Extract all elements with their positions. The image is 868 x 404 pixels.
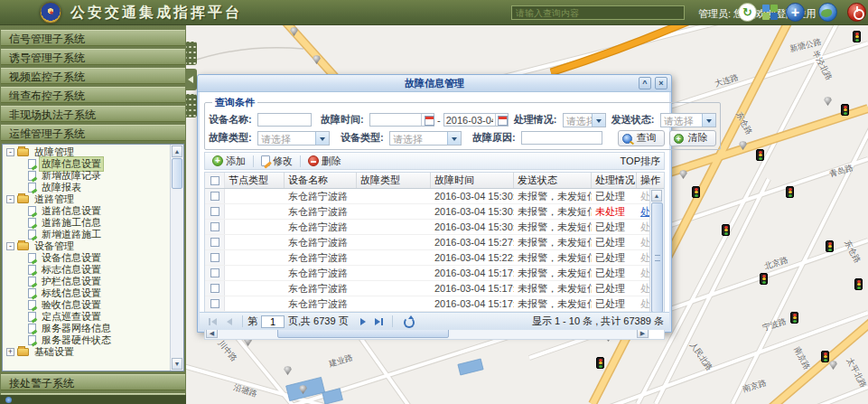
table-vertical-scrollbar[interactable]: ▲ ▼ (649, 189, 664, 326)
add-icon[interactable]: + (786, 3, 805, 22)
traffic-signal-icon[interactable] (756, 149, 764, 161)
tree-folder[interactable]: -故障管理 (3, 146, 169, 157)
scroll-up-icon[interactable]: ▲ (172, 146, 182, 157)
scroll-down-icon[interactable]: ▼ (172, 358, 182, 370)
prev-page-button[interactable] (222, 315, 237, 329)
tree-item[interactable]: 护栏信息设置 (3, 276, 169, 287)
next-page-button[interactable] (356, 315, 370, 329)
page-number-input[interactable] (261, 315, 285, 328)
sidebar-item-4[interactable]: 缉查布控子系统 (1, 87, 185, 103)
device-type-select[interactable]: 请选择 (389, 131, 462, 146)
row-checkbox[interactable] (210, 268, 219, 277)
traffic-signal-icon[interactable] (854, 278, 863, 290)
tree-item[interactable]: 验收信息设置 (3, 299, 169, 310)
tree-folder[interactable]: -设备管理 (3, 240, 169, 251)
row-checkbox[interactable] (210, 207, 219, 216)
table-row[interactable]: 东仓路宁波路2016-03-04 15:22:50未报警，未发短信已处理处理 (205, 250, 664, 266)
table-row[interactable]: 东仓路宁波路2016-03-04 15:30:00未报警，未发短信已处理处理 (205, 220, 664, 235)
row-checkbox[interactable] (210, 222, 219, 231)
tree-item[interactable]: 定点巡查设置 (3, 311, 169, 322)
sidebar-item-1[interactable]: 信号管理子系统 (1, 30, 185, 46)
col-action[interactable]: 操作 (637, 173, 664, 188)
traffic-signal-icon[interactable] (790, 312, 798, 324)
tree-item[interactable]: 服务器网络信息 (3, 323, 169, 334)
sidebar-item-6[interactable]: 运维管理子系统 (1, 125, 185, 141)
tree-scrollbar[interactable]: ▲ ▼ (170, 145, 183, 371)
table-row[interactable]: 东仓路宁波路2016-03-04 15:17:01未报警，未发短信已处理处理 (205, 266, 664, 281)
col-send-status[interactable]: 发送状态 (514, 173, 592, 188)
traffic-signal-icon[interactable] (841, 104, 849, 116)
traffic-signal-icon[interactable] (826, 240, 834, 252)
sidebar-item-2[interactable]: 诱导管理子系统 (1, 49, 185, 65)
scroll-up-icon[interactable]: ▲ (651, 190, 662, 202)
query-button[interactable]: 查询 (618, 130, 665, 146)
tree-item[interactable]: 故障报表 (3, 182, 169, 193)
tree-item[interactable]: 服务器硬件状态 (3, 334, 169, 345)
col-device-name[interactable]: 设备名称 (285, 173, 357, 188)
traffic-signal-icon[interactable] (722, 224, 730, 236)
send-status-select[interactable]: 请选择 (660, 113, 716, 127)
traffic-signal-icon[interactable] (760, 273, 768, 285)
tree-item[interactable]: 标志信息设置 (3, 264, 169, 275)
col-fault-type[interactable]: 故障类型 (357, 173, 431, 188)
table-row[interactable]: 东仓路宁波路2016-03-04 15:30:00未报警，未发短信未处理处理 (205, 204, 664, 220)
edit-record-button[interactable]: 修改 (257, 155, 296, 168)
tree-item[interactable]: 标线信息设置 (3, 287, 169, 298)
header-search-input[interactable] (511, 5, 685, 20)
tree-item[interactable]: 新增故障记录 (3, 170, 169, 181)
row-checkbox[interactable] (210, 299, 219, 308)
expand-toggle-icon[interactable]: + (6, 348, 14, 356)
apps-grid-icon[interactable] (762, 5, 779, 21)
tree-folder[interactable]: -道路管理 (3, 193, 169, 204)
row-checkbox[interactable] (210, 253, 219, 262)
logout-power-icon[interactable] (847, 3, 866, 22)
device-name-input[interactable] (257, 113, 312, 127)
collapse-arrow-icon[interactable] (186, 69, 197, 90)
tree-item[interactable]: 故障信息设置 (3, 158, 169, 169)
table-row[interactable]: 东仓路宁波路2016-03-04 15:30:00未报警，未发短信已处理处理 (205, 189, 664, 204)
sidebar-bottom-item-1[interactable]: 接处警子系统 (1, 374, 185, 390)
traffic-signal-icon[interactable] (821, 351, 829, 362)
table-row[interactable]: 东仓路宁波路2016-03-04 15:17:01未报警，未发短信已处理处理 (205, 281, 664, 296)
tree-item[interactable]: 道路施工信息 (3, 217, 169, 228)
first-page-button[interactable] (206, 315, 220, 329)
row-checkbox[interactable] (210, 238, 219, 247)
scrollbar-thumb[interactable] (651, 202, 663, 313)
dialog-close-icon[interactable]: × (655, 77, 667, 89)
recycle-icon[interactable]: ↻ (738, 3, 757, 22)
fault-type-select[interactable]: 请选择 (257, 131, 330, 146)
select-all-checkbox[interactable] (210, 176, 219, 185)
traffic-signal-icon[interactable] (596, 357, 604, 369)
process-status-select[interactable]: 请选择 (563, 113, 606, 127)
tree-item[interactable]: 新增道路施工 (3, 229, 169, 240)
calendar-icon[interactable] (421, 114, 434, 126)
add-record-button[interactable]: 添加 (209, 155, 249, 168)
col-node-type[interactable]: 节点类型 (225, 173, 285, 188)
scrollbar-thumb[interactable] (172, 158, 182, 189)
traffic-signal-icon[interactable] (786, 186, 794, 198)
table-row[interactable]: 东仓路宁波路2016-03-04 15:27:00未报警，未发短信已处理处理 (205, 235, 664, 250)
expand-toggle-icon[interactable]: - (6, 148, 14, 156)
top-sort-label[interactable]: TOP排序 (621, 155, 660, 168)
traffic-signal-icon[interactable] (853, 31, 861, 42)
dialog-titlebar[interactable]: 故障信息管理 ^ × (198, 75, 671, 92)
fault-reason-input[interactable] (521, 131, 602, 145)
refresh-icon[interactable] (401, 315, 415, 329)
row-checkbox[interactable] (210, 284, 219, 293)
tree-item[interactable]: 道路信息设置 (3, 205, 169, 216)
calendar-icon[interactable] (495, 114, 508, 126)
map-globe-icon[interactable] (818, 3, 837, 22)
sidebar-item-3[interactable]: 视频监控子系统 (1, 68, 185, 84)
tree-folder[interactable]: +基础设置 (3, 346, 169, 357)
clear-button[interactable]: + 清除 (669, 130, 716, 146)
traffic-signal-icon[interactable] (692, 186, 700, 198)
sidebar-item-5[interactable]: 非现场执法子系统 (1, 106, 185, 122)
dialog-collapse-icon[interactable]: ^ (639, 77, 651, 89)
delete-record-button[interactable]: 删除 (304, 155, 345, 168)
table-row[interactable]: 东仓路宁波路2016-03-04 15:17:01未报警，未发短信已处理处理 (205, 296, 664, 312)
tree-item[interactable]: 设备信息设置 (3, 252, 169, 263)
row-checkbox[interactable] (210, 192, 219, 201)
expand-toggle-icon[interactable]: - (6, 195, 14, 203)
expand-toggle-icon[interactable]: - (6, 242, 14, 250)
last-page-button[interactable] (372, 315, 387, 329)
